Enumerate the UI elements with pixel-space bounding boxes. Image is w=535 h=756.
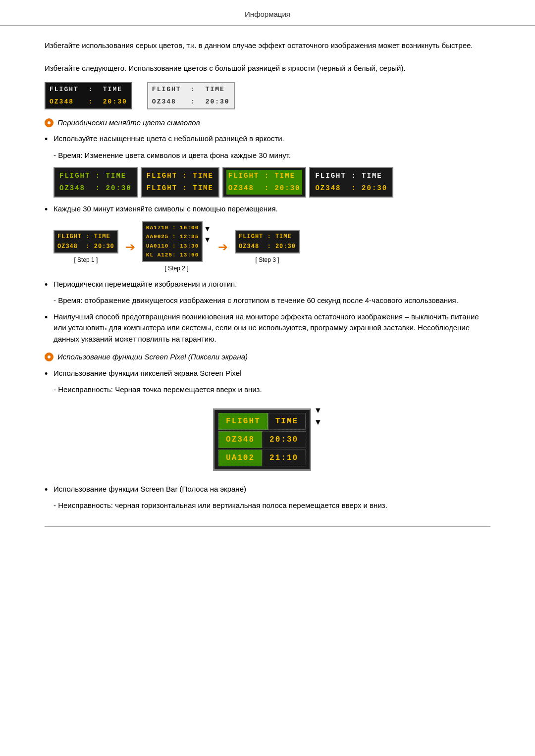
fd-multi-3: FLIGHT : TIME OZ348 : 20:30 [222, 167, 307, 198]
fd-m3-r2: OZ348 : 20:30 [226, 182, 303, 195]
para-2: Избегайте следующего. Использование цвет… [45, 62, 490, 74]
fd-m4-r1: FLIGHT : TIME [313, 170, 389, 182]
step-block-2: BA1710 : 16:00 AA0025 : 12:35 UA0110 : 1… [142, 221, 211, 273]
bullet-dot-3: • [45, 280, 54, 291]
bullet-dot-2: • [45, 204, 54, 215]
step2-r3: UA0110 : 13:30 [145, 242, 200, 251]
step3-r2: OZ348 : 20:30 [238, 242, 297, 252]
orange-circle-2 [45, 353, 54, 361]
pixel-ua102: UA102 [218, 450, 262, 466]
bullet-item-2: • Каждые 30 минут изменяйте символы с по… [45, 203, 490, 215]
step2-r1: BA1710 : 16:00 [145, 223, 200, 233]
fd-m1-r2: OZ348 : 20:30 [57, 182, 134, 195]
bullet-content-5: Использование функции пикселей экрана Sc… [54, 368, 490, 379]
page-title: Информация [245, 10, 290, 18]
sub-note-3: - Время: отображение движущегося изображ… [54, 295, 490, 306]
flight-data-dark: OZ348 : 20:30 [46, 96, 131, 108]
para-1: Избегайте использования серых цветов, т.… [45, 40, 490, 51]
fd-m2-r1: FLIGHT : TIME [145, 170, 215, 182]
bullet-content-3: Периодически перемещайте изображения и л… [54, 279, 490, 290]
step-block-3: FLIGHT : TIME OZ348 : 20:30 [ Step 3 ] [235, 230, 300, 264]
pixel-time-label: TIME [268, 413, 306, 430]
step-display-3: FLIGHT : TIME OZ348 : 20:30 [235, 230, 300, 253]
fd-multi-1: FLIGHT : TIME OZ348 : 20:30 [54, 167, 138, 198]
step-block-1: FLIGHT : TIME OZ348 : 20:30 [ Step 1 ] [54, 230, 118, 264]
flight-label-dark: FLIGHT : TIME [46, 83, 131, 96]
bullet-dot-6: • [45, 485, 54, 496]
bullet-content-2: Каждые 30 минут изменяйте символы с помо… [54, 203, 490, 215]
display-pair-1: FLIGHT : TIME OZ348 : 20:30 FLIGHT : TIM… [45, 82, 490, 109]
bullet-item-3: • Периодически перемещайте изображения и… [45, 279, 490, 291]
fd-multi-4: FLIGHT : TIME OZ348 : 20:30 [309, 167, 393, 198]
main-content: Избегайте использования серых цветов, т.… [0, 26, 535, 547]
pixel-flight-label: FLIGHT [218, 413, 268, 430]
pixel-header-row: FLIGHT TIME [218, 413, 306, 430]
bullet-item-6: • Использование функции Screen Bar (Поло… [45, 484, 490, 496]
step3-r1: FLIGHT : TIME [238, 232, 297, 242]
bullet-item-5: • Использование функции пикселей экрана … [45, 368, 490, 380]
orange-circle-1 [45, 118, 54, 127]
pixel-ua-row: UA102 21:10 [218, 450, 306, 466]
pixel-display-center: FLIGHT TIME OZ348 20:30 UA102 21:10 ▼ ▼ [45, 403, 490, 477]
bullet-dot-4: • [45, 312, 54, 323]
step-2-label: [ Step 2 ] [164, 264, 188, 273]
fd-m1-r1: FLIGHT : TIME [57, 170, 134, 182]
pixel-down-arrows: ▼ ▼ [314, 404, 322, 428]
flight-data-light: OZ348 : 20:30 [148, 96, 234, 108]
step1-r2: OZ348 : 20:30 [56, 242, 115, 252]
pixel-outer: FLIGHT TIME OZ348 20:30 UA102 21:10 ▼ ▼ [213, 403, 322, 477]
pixel-oz-row: OZ348 20:30 [218, 431, 306, 448]
orange-bullet-1: Периодически меняйте цвета символов [45, 117, 490, 129]
down-arrows: ▼ ▼ [204, 223, 211, 246]
page-header: Информация [0, 0, 535, 26]
pixel-2030: 20:30 [262, 431, 306, 448]
pixel-2110: 21:10 [262, 450, 306, 466]
fd-m3-r1: FLIGHT : TIME [226, 170, 303, 182]
fd-multi-2: FLIGHT : TIME FLIGHT : TIME [141, 167, 219, 198]
bullet-content-4: Наилучший способ предотвращения возникно… [54, 311, 490, 345]
multi-display-row: FLIGHT : TIME OZ348 : 20:30 FLIGHT : TIM… [54, 167, 490, 198]
bullet-dot-5: • [45, 369, 54, 380]
step2-r2: AA0025 : 12:35 [145, 232, 200, 242]
step-display-2: BA1710 : 16:00 AA0025 : 12:35 UA0110 : 1… [142, 221, 203, 262]
bullet-item-1: • Используйте насыщенные цвета с небольш… [45, 133, 490, 145]
bullet-content-6: Использование функции Screen Bar (Полоса… [54, 484, 490, 495]
pixel-oz348: OZ348 [218, 431, 262, 448]
flight-display-light: FLIGHT : TIME OZ348 : 20:30 [147, 82, 235, 109]
fd-m4-r2: OZ348 : 20:30 [313, 182, 389, 195]
orange-bullet-1-label: Периодически меняйте цвета символов [57, 117, 200, 129]
flight-display-dark: FLIGHT : TIME OZ348 : 20:30 [45, 82, 132, 109]
step-1-label: [ Step 1 ] [74, 255, 98, 264]
flight-label-light: FLIGHT : TIME [148, 83, 234, 96]
pixel-display: FLIGHT TIME OZ348 20:30 UA102 21:10 [213, 408, 311, 471]
step1-r1: FLIGHT : TIME [56, 232, 115, 242]
step2-r4: KL A125: 13:50 [145, 251, 200, 260]
step-display-1: FLIGHT : TIME OZ348 : 20:30 [54, 230, 118, 253]
bullet-content-1: Используйте насыщенные цвета с небольшой… [54, 133, 490, 145]
arrow-1: ➔ [125, 238, 135, 256]
sub-note-1: - Время: Изменение цвета символов и цвет… [54, 150, 490, 161]
arrow-2: ➔ [218, 238, 228, 256]
bullet-item-4: • Наилучший способ предотвращения возник… [45, 311, 490, 345]
bottom-divider [45, 526, 490, 527]
step-3-label: [ Step 3 ] [256, 255, 279, 264]
step-row: FLIGHT : TIME OZ348 : 20:30 [ Step 1 ] ➔… [54, 221, 490, 273]
sub-note-6: - Неисправность: черная горизонтальная и… [54, 500, 490, 511]
orange-bullet-2: Использование функции Screen Pixel (Пикс… [45, 352, 490, 363]
sub-note-5: - Неисправность: Черная точка перемещает… [54, 384, 490, 396]
fd-m2-r2: FLIGHT : TIME [145, 182, 215, 195]
bullet-dot-1: • [45, 134, 54, 145]
orange-bullet-2-label: Использование функции Screen Pixel (Пикс… [57, 352, 248, 363]
